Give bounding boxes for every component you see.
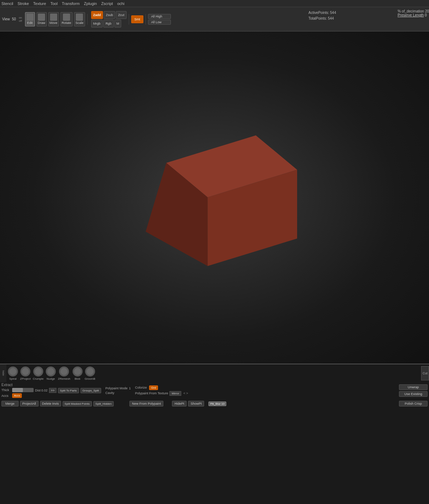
blob-icon <box>73 366 83 376</box>
mirror-button[interactable]: Mirror <box>169 391 181 396</box>
bottom-row1: hide Spiral ZProject Crumple Nudge ZReme… <box>0 364 429 382</box>
bottom-section: hide Spiral ZProject Crumple Nudge ZReme… <box>0 364 429 409</box>
polish-crisp-button[interactable]: Polish Crisp <box>399 401 428 406</box>
nudge-label: Nudge <box>46 377 55 380</box>
cut-label: Cut <box>423 371 428 375</box>
move-icon <box>50 14 57 21</box>
scale-button[interactable]: Scale <box>74 12 85 26</box>
nudge-icon <box>46 366 56 376</box>
menu-zscript[interactable]: Zscript <box>101 1 113 6</box>
thick-fill <box>12 388 23 392</box>
groomb-icon <box>85 366 95 376</box>
draw-button[interactable]: Draw <box>36 12 47 26</box>
polypaint-texture-label: Polypaint From Texture <box>135 391 168 395</box>
split-masked-points-button[interactable]: Split Masked Points <box>63 401 92 406</box>
crumple-label: Crumple <box>33 377 44 380</box>
pct-decimation-label: % of_decimation <box>398 9 424 13</box>
menu-stencil[interactable]: Stencil <box>1 1 13 6</box>
colorize-label: Colorize <box>135 386 147 389</box>
toolbar: View 50 on off Edit Draw Move Rotate Sca… <box>0 7 429 31</box>
zproject-icon <box>20 366 30 376</box>
view-value: 50 <box>12 17 16 21</box>
polypaint-section: Polypaint Mode 1 Cavity <box>105 386 131 395</box>
crumple-button[interactable]: Crumple <box>32 366 44 381</box>
view-group: View 50 <box>2 17 18 21</box>
canvas-area[interactable] <box>0 31 429 364</box>
accs-button[interactable]: Accs <box>12 393 22 398</box>
thick-slider[interactable]: Thick <box>1 388 34 392</box>
active-points-value: 544 <box>330 11 336 15</box>
left-edge: hide <box>0 364 6 382</box>
right-panel: Unwrap Use Existing <box>398 383 429 398</box>
pa-blur-value: 10 <box>221 402 225 405</box>
menu-zplugin[interactable]: Zplugin <box>84 1 97 6</box>
menu-ochi[interactable]: ochi <box>117 1 124 6</box>
on-label: on <box>19 16 22 19</box>
m-button[interactable]: M <box>114 20 122 28</box>
separator2 <box>129 14 129 25</box>
scale-icon <box>76 14 83 21</box>
rotate-button[interactable]: Rotate <box>60 12 73 26</box>
dist-label: Dist <box>35 389 41 392</box>
double-arrow-button[interactable]: >> <box>49 388 56 393</box>
rgb-button[interactable]: Rgb <box>103 20 114 28</box>
thick-track[interactable] <box>12 388 34 392</box>
edit-button[interactable]: Edit <box>25 12 35 26</box>
menu-tool[interactable]: Tool <box>50 1 58 6</box>
split-to-parts-button[interactable]: Split To Parts <box>58 388 79 393</box>
zadd-area: Zadd Zsub Zcut Mrgb Rgb M <box>91 11 127 28</box>
nudge-button[interactable]: Nudge <box>45 366 56 381</box>
project-all-button[interactable]: ProjectAll <box>20 401 39 406</box>
smt-button[interactable]: Smt <box>131 15 143 23</box>
use-existing-button[interactable]: Use Existing <box>399 391 428 397</box>
active-points-label: ActivePoints: <box>309 11 329 15</box>
zadd-button[interactable]: Zadd <box>91 11 103 19</box>
zproject-label: ZProject <box>20 377 31 380</box>
spiral-button[interactable]: Spiral <box>7 366 19 381</box>
move-button[interactable]: Move <box>48 12 59 26</box>
grd-button[interactable]: Grd <box>149 385 158 390</box>
blob-button[interactable]: Blob <box>72 366 83 381</box>
groups-split-button[interactable]: Groups_Split <box>80 388 101 393</box>
new-from-polypaint-button[interactable]: New From Polypaint <box>129 401 163 406</box>
all-low-button[interactable]: All Low <box>148 20 171 25</box>
menu-transform[interactable]: Transform <box>62 1 80 6</box>
polypaint-texture-row: Polypaint From Texture Mirror < > <box>135 391 189 396</box>
cavity-label: Cavity <box>105 391 131 395</box>
colorize-row: Colorize Grd <box>135 385 189 390</box>
zremesh-label: ZRemesh <box>58 377 70 380</box>
groomb-button[interactable]: GroomB <box>84 366 96 381</box>
preserve-length-label[interactable]: Preserve Length <box>398 13 424 17</box>
zsub-button[interactable]: Zsub <box>104 11 115 19</box>
zremesh-button[interactable]: ZRemesh <box>57 366 71 381</box>
split-hidden-button[interactable]: Split_Hidden <box>93 401 114 406</box>
dist-row: Dist 0.02 <box>35 389 48 392</box>
accs-row: Accs Accs <box>1 393 34 398</box>
merge-button[interactable]: Merge <box>1 401 19 406</box>
unwrap-button[interactable]: Unwrap <box>399 384 428 390</box>
zadd-row: Zadd Zsub Zcut <box>91 11 127 19</box>
mrgb-button[interactable]: Mrgb <box>91 20 103 28</box>
zremesh-icon <box>59 366 69 376</box>
decimation-row: % of_decimation 20 <box>398 9 429 13</box>
pa-blur-button[interactable]: PA_Blur 10 <box>208 401 226 406</box>
bottom-row3: Merge ProjectAll Delete Invis Split Mask… <box>0 399 429 409</box>
zproject-button[interactable]: ZProject <box>19 366 31 381</box>
preserve-row: Preserve Length 0 <box>398 13 429 17</box>
bottom-row2: Extract Thick Accs Accs Dist 0.02 >> Spl… <box>0 382 429 399</box>
edit-icon <box>26 14 34 21</box>
delete-invis-button[interactable]: Delete Invis <box>40 401 61 406</box>
menu-stroke[interactable]: Stroke <box>18 1 29 6</box>
zcut-button[interactable]: Zcut <box>116 11 127 19</box>
menu-texture[interactable]: Texture <box>33 1 46 6</box>
polypaint-mode-row: Polypaint Mode 1 <box>105 386 131 390</box>
rotate-label: Rotate <box>62 21 72 25</box>
all-high-button[interactable]: All High <box>148 14 171 19</box>
showpt-button[interactable]: ShowPt <box>188 401 204 406</box>
cube-container <box>122 101 307 287</box>
right-edge-button[interactable]: Cut <box>421 366 429 380</box>
hidept-button[interactable]: HidePt <box>172 401 187 406</box>
active-points-row: ActivePoints: 544 <box>309 10 336 16</box>
mirror-arrows: < > <box>183 391 189 395</box>
polypaint-mode-label: Polypaint Mode <box>105 386 128 390</box>
